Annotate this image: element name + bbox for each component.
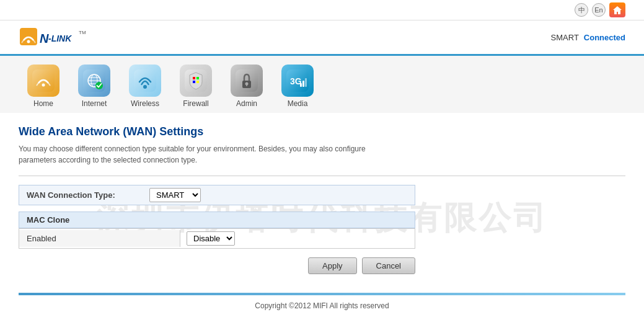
top-bar: 中 En: [0, 0, 644, 20]
wan-connection-row: WAN Connection Type: SMART DHCP Static I…: [19, 185, 415, 205]
section-divider: [19, 176, 625, 176]
svg-rect-18: [196, 77, 199, 79]
svg-rect-29: [305, 78, 307, 87]
mac-clone-row: Enabled Disable Enable: [19, 228, 415, 249]
footer-text: Copyright ©2012 MIFI All rights reserved: [255, 301, 389, 310]
content-area: 深圳市伊塔时代科技有限公司 Wide Area Network (WAN) Se…: [0, 113, 644, 287]
footer: Copyright ©2012 MIFI All rights reserved: [0, 295, 644, 312]
nav-item-internet[interactable]: Internet: [69, 61, 119, 113]
button-row: Apply Cancel: [19, 257, 415, 274]
nav-label-firewall: Firewall: [183, 99, 208, 108]
svg-rect-27: [300, 83, 302, 87]
svg-rect-20: [196, 81, 199, 83]
nav-label-wireless: Wireless: [131, 99, 159, 108]
cancel-button[interactable]: Cancel: [362, 257, 415, 274]
mac-clone-select[interactable]: Disable Enable: [187, 231, 235, 246]
wan-row-container: WAN Connection Type: SMART DHCP Static I…: [19, 185, 415, 205]
svg-text:N: N: [40, 32, 49, 45]
page-description: You may choose different connection type…: [19, 143, 625, 166]
svg-text:-LINK: -LINK: [48, 33, 72, 43]
media-nav-icon: 3G: [281, 65, 314, 97]
svg-point-6: [42, 84, 45, 87]
svg-rect-28: [302, 81, 304, 87]
svg-text:TM: TM: [79, 30, 86, 35]
wan-connection-type-select[interactable]: SMART DHCP Static IP PPPoE PPTP L2TP: [149, 188, 201, 202]
nav-bar: Home: [19, 56, 625, 113]
wan-select-cell: SMART DHCP Static IP PPPoE PPTP L2TP: [143, 185, 207, 205]
mac-select-cell: Disable Enable: [180, 229, 415, 248]
mac-clone-header: MAC Clone: [19, 212, 415, 228]
internet-nav-icon: [78, 65, 110, 97]
nav-label-admin: Admin: [236, 99, 257, 108]
nav-item-media[interactable]: 3G Media: [273, 61, 322, 113]
status-smart-label: SMART: [551, 33, 579, 42]
svg-text:3G: 3G: [290, 76, 302, 86]
home-nav-icon: [27, 65, 60, 97]
nav-label-internet: Internet: [82, 99, 107, 108]
wireless-nav-icon: [129, 65, 161, 97]
svg-point-1: [27, 40, 30, 43]
apply-button[interactable]: Apply: [308, 257, 357, 274]
nav-label-media: Media: [288, 99, 308, 108]
lang-en-button[interactable]: En: [592, 3, 606, 17]
mac-enabled-label: Enabled: [19, 230, 180, 247]
lang-cn-button[interactable]: 中: [575, 3, 588, 17]
svg-point-15: [143, 85, 147, 89]
nav-label-home: Home: [33, 99, 53, 108]
admin-nav-icon: [231, 65, 263, 97]
nav-item-admin[interactable]: Admin: [222, 61, 271, 113]
svg-rect-17: [193, 77, 195, 79]
wan-connection-type-label: WAN Connection Type:: [19, 187, 143, 203]
nav-item-firewall[interactable]: Firewall: [171, 61, 221, 113]
nav-item-wireless[interactable]: Wireless: [120, 61, 170, 113]
logo: N -LINK TM: [19, 25, 93, 49]
wan-connection-section: WAN Connection Type: SMART DHCP Static I…: [19, 185, 625, 249]
page-title: Wide Area Network (WAN) Settings: [19, 125, 625, 138]
svg-rect-19: [193, 81, 195, 83]
nav-item-home[interactable]: Home: [19, 61, 68, 113]
nav-container: Home: [0, 54, 644, 113]
status-bar: SMART Connected: [551, 33, 625, 42]
home-top-button[interactable]: [609, 2, 625, 17]
header: N -LINK TM SMART Connected: [0, 20, 644, 54]
status-connected-label: Connected: [584, 33, 625, 42]
firewall-nav-icon: [180, 65, 212, 97]
